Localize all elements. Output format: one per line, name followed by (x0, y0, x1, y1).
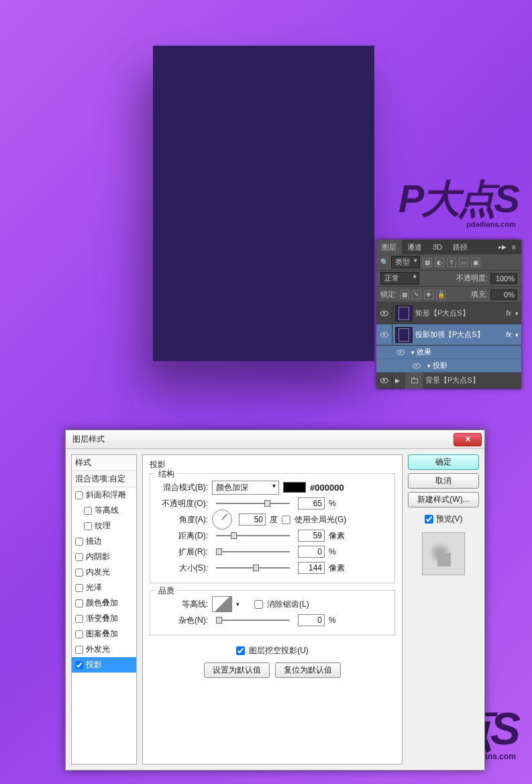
color-swatch[interactable] (283, 482, 306, 493)
canvas-rectangle (153, 46, 374, 361)
style-checkbox[interactable] (75, 661, 83, 669)
layer-item-shadow[interactable]: 投影加强【P大点S】 fx ▾ (376, 324, 521, 346)
fx-badge[interactable]: fx (502, 331, 515, 338)
style-stroke[interactable]: 描边 (72, 534, 136, 549)
style-checkbox[interactable] (75, 599, 83, 607)
layer-list: 矩形【P大点S】 fx ▾ 投影加强【P大点S】 fx ▾ ▾ 效果 ▾ 投影 … (376, 303, 521, 389)
spread-input[interactable]: 0 (298, 546, 325, 558)
expand-icon[interactable]: ▶ (392, 377, 403, 384)
filter-type-dropdown[interactable]: 类型 (391, 256, 420, 268)
section-title: 投影 (150, 459, 395, 471)
contour-picker[interactable] (212, 596, 232, 612)
size-input[interactable]: 144 (298, 562, 325, 574)
panel-collapse-icon[interactable]: ▸▶ (496, 244, 509, 250)
style-bevel[interactable]: 斜面和浮雕 (72, 487, 136, 503)
style-pattern-overlay[interactable]: 图案叠加 (72, 626, 136, 642)
effect-name: 投影 (433, 360, 447, 371)
distance-input[interactable]: 59 (298, 530, 325, 542)
effects-label: 效果 (417, 347, 431, 357)
tab-channels[interactable]: 通道 (402, 240, 427, 255)
layer-item-rect[interactable]: 矩形【P大点S】 fx ▾ (376, 303, 521, 324)
blend-mode-dropdown[interactable]: 正常 (380, 272, 419, 285)
close-button[interactable]: ✕ (454, 433, 482, 446)
layer-thumbnail[interactable] (395, 327, 413, 343)
layer-item-bg[interactable]: ▶ 🗀 背景【P大点S】 (376, 373, 521, 389)
style-checkbox[interactable] (75, 630, 83, 638)
search-icon[interactable]: 🔍 (380, 258, 388, 266)
visibility-icon[interactable] (396, 350, 405, 355)
style-outer-glow[interactable]: 外发光 (72, 642, 136, 657)
filter-adjust-icon[interactable]: ◐ (435, 258, 444, 267)
cancel-button[interactable]: 取消 (408, 473, 479, 489)
style-list-header[interactable]: 样式 (72, 455, 136, 471)
ok-button[interactable]: 确定 (408, 454, 479, 470)
antialias-checkbox[interactable] (254, 600, 263, 609)
collapse-icon[interactable]: ▾ (425, 362, 433, 369)
layer-thumbnail[interactable] (395, 305, 413, 322)
global-light-checkbox[interactable] (282, 516, 290, 524)
fill-label: 填充: (471, 289, 488, 299)
effect-drop-shadow-row[interactable]: ▾ 投影 (376, 359, 521, 373)
size-slider[interactable] (216, 567, 290, 569)
style-checkbox[interactable] (84, 507, 92, 515)
visibility-icon[interactable] (413, 363, 421, 369)
visibility-icon[interactable] (380, 311, 388, 316)
noise-slider[interactable] (216, 620, 290, 621)
style-contour[interactable]: 等高线 (72, 503, 136, 518)
reset-default-button[interactable]: 复位为默认值 (275, 663, 341, 678)
panel-menu-icon[interactable]: ≡ (509, 243, 519, 251)
opacity-input[interactable]: 100% (490, 273, 517, 284)
chevron-down-icon[interactable]: ▾ (236, 601, 240, 607)
style-checkbox[interactable] (75, 646, 83, 654)
chevron-down-icon[interactable]: ▾ (515, 310, 521, 317)
style-satin[interactable]: 光泽 (72, 580, 136, 595)
style-checkbox[interactable] (75, 553, 83, 561)
style-checkbox[interactable] (75, 615, 83, 623)
collapse-icon[interactable]: ▾ (409, 349, 417, 356)
blend-mode-select[interactable]: 颜色加深 (212, 481, 279, 495)
style-texture[interactable]: 纹理 (72, 518, 136, 534)
tab-paths[interactable]: 路径 (447, 240, 473, 255)
dialog-title-bar[interactable]: 图层样式 ✕ (66, 430, 484, 449)
fill-input[interactable]: 0% (490, 289, 517, 300)
knockout-checkbox[interactable] (236, 646, 245, 655)
distance-label: 距离(D): (157, 530, 208, 542)
filter-pixel-icon[interactable]: ▦ (423, 258, 432, 267)
distance-slider[interactable] (216, 535, 290, 536)
angle-dial[interactable] (212, 509, 232, 530)
preview-checkbox[interactable] (425, 515, 433, 524)
opacity-slider[interactable] (216, 503, 290, 504)
filter-shape-icon[interactable]: ▭ (459, 258, 468, 267)
effects-header-row[interactable]: ▾ 效果 (376, 346, 521, 359)
lock-all-icon[interactable]: 🔒 (436, 290, 445, 299)
style-checkbox[interactable] (75, 569, 83, 577)
blend-options-item[interactable]: 混合选项:自定 (72, 471, 136, 487)
style-checkbox[interactable] (84, 522, 92, 530)
spread-slider[interactable] (216, 551, 290, 552)
chevron-down-icon[interactable]: ▾ (515, 332, 521, 338)
style-checkbox[interactable] (75, 584, 83, 592)
tab-layers[interactable]: 图层 (376, 240, 402, 255)
visibility-icon[interactable] (380, 378, 388, 383)
style-color-overlay[interactable]: 颜色叠加 (72, 595, 136, 611)
style-gradient-overlay[interactable]: 渐变叠加 (72, 611, 136, 626)
lock-transparency-icon[interactable]: ▦ (400, 290, 409, 299)
style-drop-shadow[interactable]: 投影 (72, 657, 136, 673)
visibility-icon[interactable] (380, 332, 388, 338)
filter-type-icon[interactable]: T (447, 258, 456, 267)
tab-3d[interactable]: 3D (427, 240, 447, 254)
noise-input[interactable]: 0 (298, 614, 325, 626)
style-inner-shadow[interactable]: 内阴影 (72, 549, 136, 565)
style-checkbox[interactable] (75, 491, 83, 499)
opacity-input[interactable]: 65 (298, 497, 325, 509)
lock-pixels-icon[interactable]: ✎ (412, 290, 421, 299)
lock-row: 锁定: ▦ ✎ ✥ 🔒 填充: 0% (376, 287, 521, 303)
lock-position-icon[interactable]: ✥ (424, 290, 433, 299)
filter-smart-icon[interactable]: ▣ (471, 258, 480, 267)
angle-input[interactable]: 50 (239, 513, 266, 526)
style-checkbox[interactable] (75, 538, 83, 546)
new-style-button[interactable]: 新建样式(W)... (408, 492, 479, 507)
fx-badge[interactable]: fx (502, 309, 515, 317)
style-inner-glow[interactable]: 内发光 (72, 565, 136, 580)
set-default-button[interactable]: 设置为默认值 (204, 663, 270, 678)
